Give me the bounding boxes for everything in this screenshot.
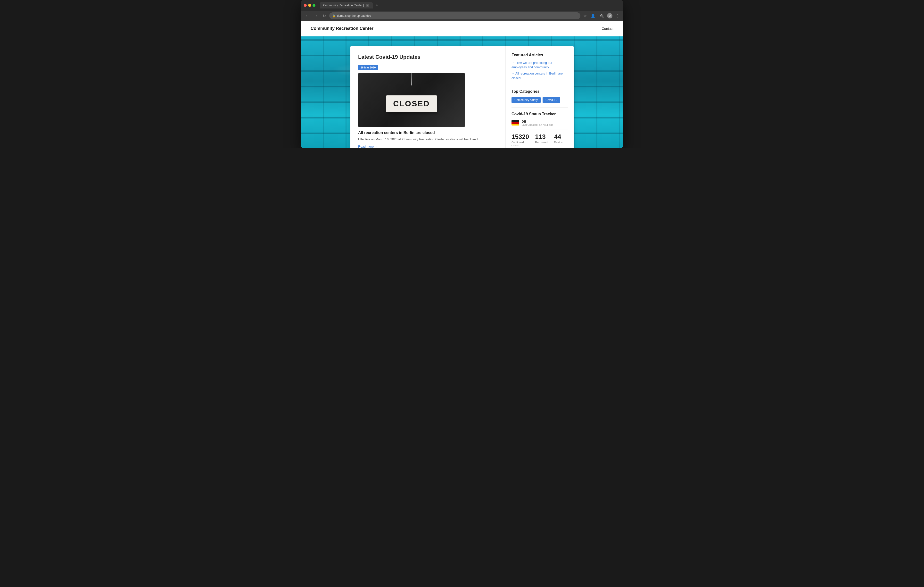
featured-articles-section: Featured Articles → How we are protectin…	[512, 53, 568, 80]
category-tag-safety[interactable]: Community safety	[512, 97, 541, 103]
user-avatar[interactable]: U	[607, 13, 612, 18]
hero-banner: Latest Covid-19 Updates 16 Mar 2020 CLOS…	[301, 36, 623, 148]
site-logo: Community Recreation Center	[310, 26, 373, 31]
divider-2	[512, 107, 568, 107]
lock-icon: 🔒	[332, 14, 336, 18]
account-icon[interactable]: 👤	[590, 13, 596, 19]
active-tab[interactable]: Community Recreation Center | ✕	[320, 2, 373, 8]
featured-articles-title: Featured Articles	[512, 53, 568, 57]
browser-toolbar: ← → ↻ 🔒 demo.stop-the-spread.dev ☆ 👤 🔌 U…	[301, 11, 623, 21]
article-1-image: CLOSED	[358, 73, 465, 127]
flag-yellow-stripe	[512, 124, 519, 126]
covid-tracker-section: Covid-19 Status Tracker DE Last Updated:	[512, 112, 568, 147]
top-categories-section: Top Categories Community safety Covid-19	[512, 89, 568, 103]
site-nav: Contact	[602, 26, 614, 31]
sidebar: Featured Articles → How we are protectin…	[506, 46, 574, 148]
recovered-number: 113	[535, 133, 548, 140]
tab-title: Community Recreation Center |	[323, 3, 364, 7]
minimize-button[interactable]	[308, 4, 311, 7]
deaths-number: 44	[554, 133, 565, 140]
deaths-label: Deaths	[554, 141, 565, 144]
tab-bar: Community Recreation Center | ✕ +	[320, 2, 620, 8]
featured-link-2[interactable]: → All recreation centers in Berlin are c…	[512, 71, 568, 80]
flag-black-stripe	[512, 120, 519, 122]
recovered-stat: 113 Recovered	[535, 133, 551, 147]
tab-close-button[interactable]: ✕	[366, 3, 369, 7]
toolbar-right: ☆ 👤 🔌 U ⋮	[582, 13, 620, 19]
contact-link[interactable]: Contact	[602, 27, 614, 31]
browser-titlebar: Community Recreation Center | ✕ +	[301, 0, 623, 11]
extensions-icon[interactable]: 🔌	[598, 13, 605, 19]
close-button[interactable]	[304, 4, 307, 7]
section-heading: Latest Covid-19 Updates	[358, 54, 498, 60]
category-tag-covid[interactable]: Covid-19	[543, 97, 560, 103]
germany-flag	[512, 120, 519, 126]
deaths-stat: 44 Deaths	[554, 133, 568, 147]
confirmed-cases-stat: 15320 Confirmed cases	[512, 133, 532, 147]
recovered-label: Recovered	[535, 141, 548, 144]
top-categories-title: Top Categories	[512, 89, 568, 94]
webpage: Community Recreation Center Contact Late…	[301, 21, 623, 148]
browser-window: Community Recreation Center | ✕ + ← → ↻ …	[301, 0, 623, 148]
site-header: Community Recreation Center Contact	[301, 21, 623, 36]
flag-red-stripe	[512, 122, 519, 124]
sign-string	[411, 73, 412, 86]
article-1-read-more[interactable]: Read more →	[358, 145, 378, 148]
bookmark-icon[interactable]: ☆	[582, 13, 588, 19]
menu-icon[interactable]: ⋮	[614, 13, 620, 19]
address-bar[interactable]: 🔒 demo.stop-the-spread.dev	[329, 12, 581, 19]
confirmed-cases-label: Confirmed cases	[512, 141, 529, 147]
article-1: 16 Mar 2020 CLOSED All recreation center…	[358, 65, 498, 148]
main-content: Latest Covid-19 Updates 16 Mar 2020 CLOS…	[350, 46, 506, 148]
article-1-excerpt: Effective on March 16, 2020 all Communit…	[358, 137, 498, 142]
last-updated-text: Last Updated: an hour ago	[522, 123, 553, 126]
content-card: Latest Covid-19 Updates 16 Mar 2020 CLOS…	[350, 46, 574, 148]
maximize-button[interactable]	[312, 4, 315, 7]
traffic-lights	[304, 4, 315, 7]
forward-button[interactable]: →	[312, 13, 319, 19]
country-info: DE Last Updated: an hour ago	[522, 120, 553, 126]
closed-sign: CLOSED	[386, 96, 437, 112]
category-tags: Community safety Covid-19	[512, 97, 568, 103]
featured-link-1[interactable]: → How we are protecting our employees an…	[512, 61, 568, 69]
confirmed-cases-number: 15320	[512, 133, 529, 140]
back-button[interactable]: ←	[304, 13, 310, 19]
tracker-header: DE Last Updated: an hour ago	[512, 120, 568, 129]
stats-grid: 15320 Confirmed cases 113 Recovered 44 D…	[512, 133, 568, 147]
content-wrapper: Latest Covid-19 Updates 16 Mar 2020 CLOS…	[301, 36, 623, 148]
new-tab-button[interactable]: +	[374, 3, 380, 8]
article-1-date: 16 Mar 2020	[358, 65, 378, 70]
refresh-button[interactable]: ↻	[321, 13, 327, 19]
article-1-headline: All recreation centers in Berlin are clo…	[358, 131, 498, 135]
url-text: demo.stop-the-spread.dev	[337, 14, 371, 18]
tracker-title: Covid-19 Status Tracker	[512, 112, 568, 116]
country-code: DE	[522, 120, 553, 123]
